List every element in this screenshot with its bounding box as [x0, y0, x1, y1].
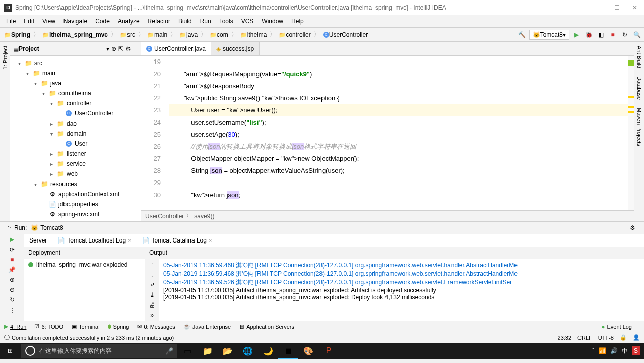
run-button[interactable]: ▶ — [571, 30, 582, 40]
start-button[interactable]: ⊞ — [0, 343, 20, 359]
tree-arrow[interactable]: ▸ — [50, 161, 56, 167]
bc-controller[interactable]: controller — [277, 30, 312, 39]
coverage-button[interactable]: ◧ — [596, 30, 606, 40]
bc-com[interactable]: com — [208, 30, 230, 39]
tree-node-main[interactable]: ▾📁main — [10, 68, 141, 78]
structure-tab[interactable]: 7 — [6, 222, 13, 232]
menu-code[interactable]: Code — [91, 16, 114, 27]
tool-run[interactable]: ▶4: Run — [4, 323, 26, 330]
maven-tab[interactable]: Maven Projects — [635, 104, 643, 150]
ant-build-tab[interactable]: Ant Build — [635, 42, 643, 72]
more-button[interactable]: ⋮ — [9, 307, 15, 314]
tree-arrow[interactable]: ▾ — [50, 101, 56, 106]
artifact-button[interactable]: ⊖ — [10, 286, 15, 293]
collapse-all-icon[interactable]: ⇱ — [118, 45, 123, 52]
tool-todo[interactable]: ☑6: TODO — [34, 323, 63, 330]
tray-ime2-icon[interactable]: S — [632, 346, 640, 355]
update-button[interactable]: ↻ — [620, 30, 630, 40]
menu-build[interactable]: Build — [174, 16, 196, 27]
search-button[interactable]: 🔍 — [632, 30, 642, 40]
tray-network-icon[interactable]: 📶 — [599, 347, 606, 354]
tree-node-dao[interactable]: ▸📁dao — [10, 118, 141, 129]
tree-arrow[interactable]: ▾ — [42, 91, 48, 96]
deployment-item[interactable]: itheima_spring_mvc:war exploded — [24, 259, 145, 270]
tree-node-src[interactable]: ▾📁src — [10, 58, 141, 68]
tree-node-controller[interactable]: ▾📁controller — [10, 98, 141, 108]
menu-edit[interactable]: Edit — [20, 16, 38, 27]
warning-marker[interactable] — [628, 96, 634, 98]
tree-node-user[interactable]: CUser — [10, 139, 141, 149]
tree-node-web[interactable]: ▸📁web — [10, 169, 141, 179]
print-icon[interactable]: 🖨 — [149, 301, 155, 309]
expand-icon[interactable]: » — [150, 312, 154, 319]
rerun-button[interactable]: ▶ — [10, 236, 14, 243]
menu-vcs[interactable]: VCS — [237, 16, 258, 27]
scroll-from-source-icon[interactable]: ⊕ — [111, 45, 116, 52]
event-log[interactable]: ●Event Log — [602, 324, 632, 330]
warning-marker[interactable] — [628, 111, 634, 113]
menu-view[interactable]: View — [38, 16, 59, 27]
down-icon[interactable]: ↓ — [151, 271, 154, 278]
tree-arrow[interactable]: ▾ — [34, 182, 40, 187]
bc-file[interactable]: CUserController — [321, 30, 370, 39]
hide-icon[interactable]: ─ — [133, 45, 138, 52]
build-button[interactable]: 🔨 — [517, 30, 527, 40]
tree-node-com-itheima[interactable]: ▾📁com.itheima — [10, 88, 141, 98]
maximize-button[interactable]: ☐ — [612, 3, 622, 13]
marker-bar[interactable] — [628, 56, 634, 210]
tree-arrow[interactable]: ▾ — [50, 131, 56, 137]
bc-itheima[interactable]: itheima — [238, 30, 269, 39]
up-icon[interactable]: ↑ — [151, 261, 154, 268]
bc-main[interactable]: main — [145, 30, 169, 39]
run-settings-icon[interactable]: ⚙ — [630, 224, 635, 231]
bc-java[interactable]: java — [177, 30, 200, 39]
wrap-icon[interactable]: ⤶ — [150, 281, 155, 288]
tool-messages[interactable]: ✉0: Messages — [137, 323, 175, 330]
tree-arrow[interactable]: ▾ — [26, 71, 32, 76]
taskbar-search[interactable]: 在这里输入你要搜索的内容 🎤 — [21, 344, 177, 358]
project-tree[interactable]: ▾📁src▾📁main▾📁java▾📁com.itheima▾📁controll… — [10, 56, 141, 221]
lock-icon[interactable]: 🔒 — [620, 334, 627, 341]
scroll-icon[interactable]: ⤓ — [150, 291, 155, 298]
close-icon[interactable]: × — [209, 237, 212, 244]
tool-app-servers[interactable]: 🖥Application Servers — [239, 324, 294, 330]
run-config-selector[interactable]: 🐱 Tomcat8 ▾ — [529, 30, 569, 40]
taskbar-chrome[interactable]: 🌐 — [238, 343, 258, 359]
tree-arrow[interactable]: ▸ — [50, 171, 56, 177]
tree-node-domain[interactable]: ▾📁domain — [10, 129, 141, 139]
crumb-class[interactable]: UserController — [145, 213, 184, 220]
taskbar-intellij[interactable]: ◼ — [278, 343, 298, 359]
menu-navigate[interactable]: Navigate — [59, 16, 91, 27]
bc-src[interactable]: src — [118, 30, 137, 39]
tree-arrow[interactable]: ▸ — [50, 121, 56, 127]
gutter[interactable]: 192021222324252627282930 — [141, 56, 165, 210]
minimize-button[interactable]: ─ — [594, 3, 604, 13]
tree-node-java[interactable]: ▾📁java — [10, 78, 141, 88]
tree-node-spring-mvc-xml[interactable]: ⚙spring-mvc.xml — [10, 209, 141, 219]
run-hide-icon[interactable]: ─ — [635, 224, 640, 231]
update-app-button[interactable]: ⟳ — [10, 246, 15, 253]
console-output[interactable]: 05-Jan-2019 11:36:59.468 淇℃伅 [RMI TCP Co… — [159, 259, 644, 321]
taskbar-app[interactable]: 🌙 — [258, 343, 278, 359]
close-icon[interactable]: × — [128, 237, 131, 244]
refresh-button[interactable]: ↻ — [10, 296, 15, 304]
tree-node-listener[interactable]: ▸📁listener — [10, 149, 141, 159]
menu-refactor[interactable]: Refactor — [144, 16, 174, 27]
task-view[interactable]: ▭ — [177, 343, 198, 359]
localhost-log-tab[interactable]: 📄Tomcat Localhost Log× — [52, 235, 137, 246]
database-tab[interactable]: Database — [635, 72, 643, 104]
taskbar-app[interactable]: 📁 — [198, 343, 218, 359]
bc-module[interactable]: itheima_spring_mvc — [40, 30, 110, 39]
tree-node-service[interactable]: ▸📁service — [10, 159, 141, 169]
tool-spring[interactable]: ⬮Spring — [108, 323, 130, 330]
tree-node-jdbc-properties[interactable]: 📄jdbc.properties — [10, 199, 141, 209]
tool-terminal[interactable]: ▣Terminal — [72, 323, 100, 330]
menu-file[interactable]: File — [2, 16, 20, 27]
inspect-icon[interactable]: 👤 — [633, 334, 640, 341]
warning-marker[interactable] — [628, 106, 634, 108]
menu-window[interactable]: Window — [257, 16, 287, 27]
tree-node-usercontroller[interactable]: CUserController — [10, 108, 141, 118]
server-tab[interactable]: Server — [24, 235, 52, 246]
tree-arrow[interactable]: ▾ — [34, 81, 40, 86]
settings-icon[interactable]: ⚙ — [125, 45, 131, 52]
